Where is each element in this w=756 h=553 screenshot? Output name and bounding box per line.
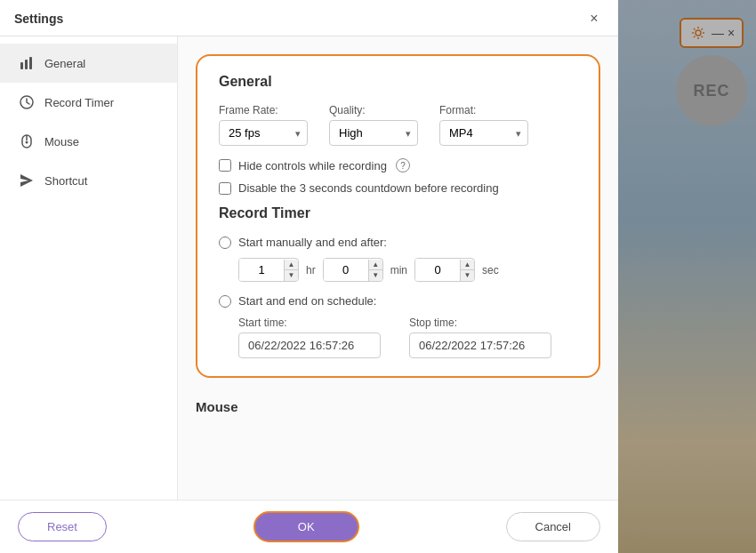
dialog-footer: Reset OK Cancel [0,500,618,553]
schedule-row: Start and end on schedule: [219,294,577,308]
svg-rect-2 [25,60,28,69]
format-group: Format: MP4 AVI MOV [439,104,528,146]
min-up-btn[interactable]: ▲ [368,260,382,270]
sidebar: General Record Timer [0,36,178,500]
hide-controls-label: Hide controls while recording [238,159,387,172]
min-input[interactable] [324,259,368,281]
sidebar-item-general[interactable]: General [0,44,177,83]
frame-rate-label: Frame Rate: [219,104,308,116]
general-section-card: General Frame Rate: 25 fps 30 fps 60 fps [196,54,600,378]
sec-input[interactable] [415,259,460,281]
min-spinners: ▲ ▼ [368,260,382,281]
format-label: Format: [439,104,528,116]
stop-time-label: Stop time: [409,317,551,329]
start-manually-radio[interactable] [219,236,231,249]
sidebar-label-mouse: Mouse [44,135,79,148]
send-icon [18,172,36,189]
min-down-btn[interactable]: ▼ [368,270,382,281]
format-select[interactable]: MP4 AVI MOV [439,120,528,146]
reset-button[interactable]: Reset [18,512,107,541]
svg-rect-3 [29,57,32,69]
disable-countdown-row: Disable the 3 seconds countdown before r… [219,181,577,195]
dialog-close-button[interactable]: × [584,9,604,28]
sec-up-btn[interactable]: ▲ [460,260,474,270]
clock-icon [18,93,36,111]
disable-countdown-checkbox[interactable] [219,182,231,195]
chart-icon [18,54,36,72]
start-manually-label: Start manually and end after: [238,236,387,249]
sidebar-label-record-timer: Record Timer [44,96,114,109]
frame-rate-select[interactable]: 25 fps 30 fps 60 fps [219,120,308,146]
svg-point-7 [26,141,28,144]
ok-button[interactable]: OK [253,511,359,542]
quality-group: Quality: High Medium Low [329,104,418,146]
settings-dialog: Settings × General [0,0,618,553]
schedule-inputs: Start time: Stop time: [238,317,577,358]
format-select-wrapper: MP4 AVI MOV [439,120,528,146]
hr-down-btn[interactable]: ▼ [284,270,298,281]
format-row: Frame Rate: 25 fps 30 fps 60 fps Quality… [219,104,577,146]
disable-countdown-label: Disable the 3 seconds countdown before r… [238,181,499,195]
dialog-title: Settings [14,12,63,26]
main-content: General Frame Rate: 25 fps 30 fps 60 fps [178,36,618,500]
quality-label: Quality: [329,104,418,116]
stop-time-group: Stop time: [409,317,551,358]
stop-time-input[interactable] [409,333,551,358]
hide-controls-checkbox[interactable] [219,159,231,172]
sidebar-item-shortcut[interactable]: Shortcut [0,161,177,200]
hide-controls-row: Hide controls while recording ? [219,158,577,172]
cancel-button[interactable]: Cancel [506,512,600,541]
timer-inputs: ▲ ▼ hr ▲ ▼ min [238,258,577,282]
record-timer-title: Record Timer [219,205,577,221]
quality-select-wrapper: High Medium Low [329,120,418,146]
sec-spinners: ▲ ▼ [460,260,474,281]
mouse-section-peek: Mouse [196,392,600,414]
sidebar-label-general: General [44,57,85,70]
mouse-icon [18,132,36,150]
min-label: min [390,264,407,276]
help-icon[interactable]: ? [396,158,410,172]
start-time-group: Start time: [238,317,381,358]
start-time-label: Start time: [238,317,381,329]
dialog-titlebar: Settings × [0,0,618,36]
general-section-title: General [219,74,577,90]
dialog-body: General Record Timer [0,36,618,500]
sec-down-btn[interactable]: ▼ [460,270,474,281]
start-manually-row: Start manually and end after: [219,236,577,249]
sidebar-item-mouse[interactable]: Mouse [0,122,177,161]
hr-label: hr [306,264,316,276]
hr-up-btn[interactable]: ▲ [284,260,298,270]
sec-input-wrap: ▲ ▼ [414,258,475,282]
hr-spinners: ▲ ▼ [284,260,298,281]
svg-rect-1 [20,62,23,69]
start-time-input[interactable] [238,333,381,358]
min-input-wrap: ▲ ▼ [323,258,383,282]
sidebar-item-record-timer[interactable]: Record Timer [0,83,177,122]
hr-input-wrap: ▲ ▼ [238,258,299,282]
schedule-label: Start and end on schedule: [238,294,376,308]
record-timer-section: Record Timer Start manually and end afte… [219,205,577,358]
frame-rate-group: Frame Rate: 25 fps 30 fps 60 fps [219,104,308,146]
hr-input[interactable] [239,259,284,281]
sidebar-label-shortcut: Shortcut [44,174,87,188]
quality-select[interactable]: High Medium Low [329,120,418,146]
sec-label: sec [482,264,499,276]
schedule-radio[interactable] [219,295,231,308]
frame-rate-select-wrapper: 25 fps 30 fps 60 fps [219,120,308,146]
